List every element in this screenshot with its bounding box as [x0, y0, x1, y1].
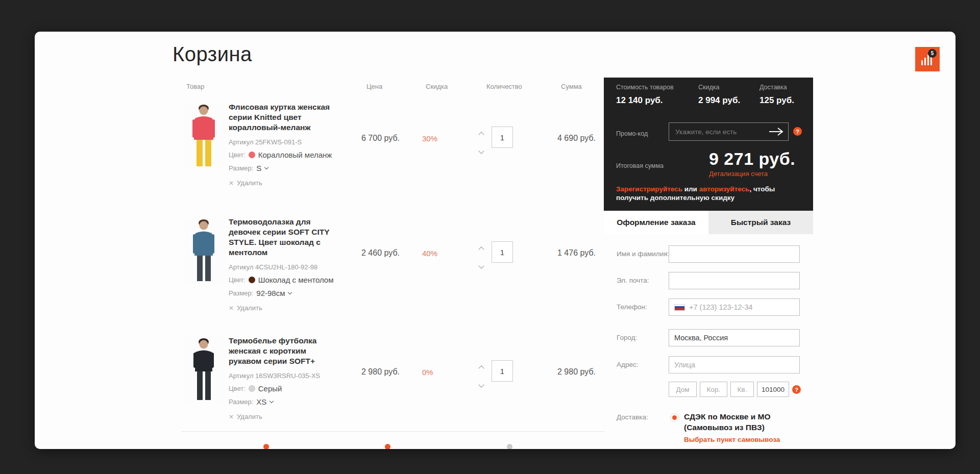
chevron-down-icon — [288, 290, 292, 294]
chevron-down-icon[interactable] — [478, 263, 484, 268]
apartment-field[interactable] — [730, 382, 754, 397]
promo-help-icon[interactable]: ? — [793, 127, 802, 136]
item-discount: 40% — [422, 249, 437, 258]
pickup-point-link[interactable]: Выбрать пункт самовывоза — [684, 436, 780, 443]
quantity-stepper[interactable] — [478, 129, 486, 157]
tab-checkout[interactable]: Оформление заказа — [604, 211, 708, 234]
col-header-quantity: Количество — [486, 83, 522, 90]
item-price: 2 460 руб. — [361, 248, 400, 258]
address-label: Адрес: — [617, 361, 638, 368]
product-title[interactable]: Флисовая куртка женская серии Knitted цв… — [229, 102, 340, 133]
summary-cost: Стоимость товаров 12 140 руб. — [616, 84, 674, 106]
page-title: Корзина — [173, 43, 252, 66]
close-icon: ✕ — [229, 413, 234, 420]
product-size-select[interactable]: Размер: 92-98см — [229, 289, 340, 297]
email-field[interactable] — [669, 272, 800, 289]
phone-field-wrap — [669, 298, 800, 316]
chevron-down-icon — [270, 399, 274, 403]
quantity-input[interactable] — [492, 241, 513, 263]
phone-label: Телефон: — [617, 303, 647, 311]
product-size-select[interactable]: Размер: S — [229, 164, 340, 172]
delivery-option-label[interactable]: СДЭК по Москве и МО (Самовывоз из ПВЗ) — [684, 411, 791, 433]
tab-quick-order[interactable]: Быстрый заказ — [708, 211, 813, 234]
product-photo[interactable] — [183, 103, 225, 169]
product-article: Артикул 16SW3RSRU-035-XS — [229, 372, 340, 380]
quantity-stepper[interactable] — [478, 362, 486, 391]
quantity-input[interactable] — [492, 127, 513, 148]
item-price: 6 700 руб. — [361, 134, 400, 143]
close-icon: ✕ — [229, 180, 234, 187]
col-header-sum: Сумма — [561, 83, 582, 90]
zip-field[interactable] — [757, 382, 789, 397]
color-swatch — [249, 385, 255, 392]
cart-button[interactable]: 5 — [915, 47, 940, 71]
partial-help-dot — [507, 444, 512, 449]
name-label: Имя и фамилия: — [617, 250, 669, 258]
quantity-input[interactable] — [492, 360, 513, 382]
checkout-tabs: Оформление заказа Быстрый заказ — [604, 211, 813, 234]
city-field[interactable] — [669, 329, 800, 346]
product-color: Цвет: Серый — [229, 384, 340, 393]
invoice-details-link[interactable]: Детализация счета — [709, 170, 795, 178]
chevron-down-icon[interactable] — [478, 382, 484, 387]
quantity-stepper[interactable] — [478, 243, 486, 272]
close-icon: ✕ — [229, 305, 234, 312]
item-sum: 4 690 руб. — [538, 134, 596, 143]
product-color: Цвет: Шоколад с ментолом — [229, 276, 340, 284]
table-bottom-divider — [181, 431, 605, 432]
product-title[interactable]: Термоводолазка для девочек серии SOFT CI… — [229, 217, 340, 258]
chevron-down-icon[interactable] — [478, 148, 484, 154]
product-photo[interactable] — [183, 337, 225, 403]
col-header-price: Цена — [366, 83, 382, 90]
delivery-label: Доставка: — [617, 413, 648, 421]
name-field[interactable] — [669, 245, 800, 263]
city-label: Город: — [617, 334, 637, 341]
partial-help-dot — [263, 444, 269, 449]
item-discount: 0% — [422, 368, 433, 377]
chevron-up-icon[interactable] — [478, 132, 484, 137]
product-article: Артикул 4CSU2HL-180-92-98 — [229, 263, 340, 271]
product-size-select[interactable]: Размер: XS — [229, 397, 340, 406]
summary-delivery: Доставка 125 руб. — [760, 84, 794, 106]
color-swatch — [249, 277, 255, 283]
register-link[interactable]: Зарегистрируйтесь — [616, 185, 682, 193]
total-amount: 9 271 руб. — [709, 149, 795, 169]
remove-item-link[interactable]: ✕ Удалить — [229, 413, 262, 420]
col-header-product: Товар — [186, 83, 204, 90]
promo-submit-arrow[interactable] — [768, 127, 785, 137]
order-summary-panel: Стоимость товаров 12 140 руб. Скидка 2 9… — [604, 78, 813, 211]
item-discount: 30% — [422, 134, 437, 143]
register-note: Зарегистрируйтесь или авторизуйтесь, что… — [616, 185, 806, 202]
chevron-up-icon[interactable] — [478, 365, 484, 371]
chevron-down-icon — [264, 165, 268, 169]
item-price: 2 980 руб. — [361, 367, 400, 377]
russia-flag-icon — [674, 304, 685, 311]
product-article: Артикул 25FKWS-091-S — [229, 138, 340, 146]
page-card: Корзина 5 Товар Цена Скидка Количество С… — [35, 32, 955, 449]
summary-discount: Скидка 2 994 руб. — [698, 84, 740, 106]
email-label: Эл. почта: — [617, 277, 649, 284]
color-swatch — [249, 152, 255, 158]
house-field[interactable] — [669, 382, 697, 397]
remove-item-link[interactable]: ✕ Удалить — [229, 304, 262, 312]
partial-help-dot — [385, 444, 390, 449]
product-title[interactable]: Термобелье футболка женская с коротким р… — [229, 336, 340, 366]
product-color: Цвет: Коралловый меланж — [229, 151, 340, 159]
item-sum: 1 476 руб. — [538, 248, 596, 258]
street-field[interactable] — [669, 356, 800, 373]
remove-item-link[interactable]: ✕ Удалить — [229, 179, 262, 187]
item-sum: 2 980 руб. — [538, 367, 596, 377]
zip-help-icon[interactable]: ? — [792, 385, 801, 394]
delivery-radio[interactable] — [670, 413, 679, 422]
product-photo[interactable] — [183, 218, 225, 284]
cart-count-badge: 5 — [928, 49, 937, 58]
chevron-up-icon[interactable] — [478, 246, 484, 252]
total-label: Итоговая сумма — [616, 162, 664, 169]
phone-field[interactable] — [689, 303, 794, 311]
col-header-discount: Скидка — [426, 83, 448, 90]
promo-label: Промо-код — [616, 130, 648, 137]
cart-page: { "page": { "title": "Корзина" }, "theme… — [0, 0, 980, 474]
login-link[interactable]: авторизуйтесь — [699, 185, 750, 193]
building-field[interactable] — [700, 382, 727, 397]
